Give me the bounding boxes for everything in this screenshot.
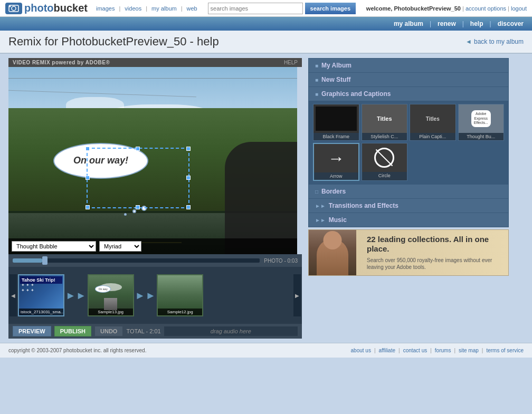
audio-drop-zone[interactable]: drag audio here — [164, 326, 298, 336]
footer-affiliate[interactable]: affiliate — [379, 348, 396, 353]
graphic-label-0: Black Frame — [314, 133, 359, 140]
strip-scroll-right[interactable]: ▶ — [293, 274, 301, 316]
road-in-thumb — [104, 298, 117, 310]
graphic-preview-thought: AdobeExpressEffects... — [459, 104, 504, 133]
preview-button[interactable]: PREVIEW — [13, 326, 51, 336]
bubble-in-thumb: On way — [95, 285, 111, 293]
thought-bubble[interactable]: On our way! — [53, 143, 148, 179]
ad-subtext: Search over 950,000 royalty-free images … — [367, 257, 502, 271]
logo[interactable]: photobucket — [5, 2, 88, 14]
footer-contact[interactable]: contact us — [403, 348, 428, 353]
transitions-arrow: ►► — [315, 203, 326, 209]
graphics-grid: Black Frame Titles Stylielish C... Title… — [309, 101, 508, 184]
car-frame — [225, 142, 297, 254]
graphics-header[interactable]: ■ Graphics and Captions — [309, 87, 508, 101]
film-item-1[interactable]: ✦ ✦ ✦✦ ✦ ✦✦ ✦ ✦ Tahoe Ski Trip! istock_2… — [18, 274, 87, 316]
graphic-label-1: Stylielish C... — [362, 133, 407, 140]
strip-scroll-left[interactable]: ◀ — [10, 274, 17, 316]
welcome-text: welcome, PhotobucketPreview_50 — [366, 5, 461, 12]
new-stuff-label: New Stuff — [321, 76, 350, 83]
blue-nav-renew[interactable]: renew — [438, 20, 456, 27]
film-label-1: istock_2713031_sma... — [19, 309, 63, 315]
nav-web[interactable]: web — [187, 5, 197, 12]
account-options-link[interactable]: account options — [466, 5, 506, 12]
left-panel: VIDEO REMIX powered by ADOBE® HELP On ou… — [8, 58, 302, 339]
panel-section-music[interactable]: ►► Music — [309, 213, 508, 227]
video-remix-label: VIDEO REMIX powered by ADOBE® — [13, 60, 110, 65]
footer-links: about us | affiliate | contact us | foru… — [351, 348, 524, 353]
music-arrow: ►► — [315, 217, 326, 223]
film-thumb-1[interactable]: ✦ ✦ ✦✦ ✦ ✦✦ ✦ ✦ Tahoe Ski Trip! istock_2… — [18, 274, 64, 316]
ad-area[interactable]: 22 leading collections. All in one place… — [308, 229, 509, 276]
logout-link[interactable]: logout — [511, 5, 527, 12]
blue-nav-my-album[interactable]: my album — [394, 20, 423, 27]
bubble-dot2 — [132, 209, 136, 213]
svg-point-2 — [10, 5, 11, 7]
film-item-2[interactable]: On way Sample13.jpg ►► — [88, 274, 156, 316]
progress-thumb[interactable] — [42, 256, 48, 265]
head — [324, 231, 342, 249]
logo-icon — [5, 3, 22, 14]
film-label-3: Sample12.jpg — [158, 309, 202, 315]
graphic-label-4: Arrow — [314, 172, 358, 180]
panel-section-borders[interactable]: □ Borders — [309, 185, 508, 199]
bottom-controls: PREVIEW PUBLISH UNDO TOTAL - 2:01 drag a… — [8, 324, 302, 339]
my-album-label: My Album — [321, 62, 352, 69]
graphic-preview-black-frame — [314, 104, 359, 133]
thought-bubble-text: On our way! — [73, 155, 128, 166]
progress-bar-area: PHOTO - 0:03 — [8, 254, 302, 267]
ad-text-area: 22 leading collections. All in one place… — [360, 230, 508, 275]
blue-nav-discover[interactable]: discover — [498, 20, 524, 27]
graphics-bullet: ■ — [315, 91, 318, 97]
ad-image — [309, 229, 356, 276]
panel-section-transitions[interactable]: ►► Transitions and Effects — [309, 199, 508, 213]
graphic-circle[interactable]: Circle — [362, 143, 408, 181]
panel-section-my-album[interactable]: ■ My Album — [309, 59, 508, 73]
graphic-thought-bubble[interactable]: AdobeExpressEffects... Thought Bu... — [458, 104, 505, 141]
graphic-black-frame[interactable]: Black Frame — [313, 104, 359, 141]
film-strip: ◀ ✦ ✦ ✦✦ ✦ ✦✦ ✦ ✦ Tahoe Ski Trip! istock… — [8, 267, 302, 324]
footer-sitemap[interactable]: site map — [459, 348, 479, 353]
search-input[interactable] — [208, 3, 303, 14]
graphic-preview-plain: Titles — [410, 104, 455, 133]
help-label[interactable]: HELP — [284, 60, 298, 65]
page-title: Remix for PhotobucketPreview_50 - help — [8, 35, 219, 49]
graphic-preview-circle — [362, 143, 407, 172]
top-links: images | videos | my album | web — [96, 5, 197, 12]
graphic-plain-caption[interactable]: Titles Plain Capti... — [410, 104, 456, 141]
back-icon: ◄ — [466, 38, 472, 45]
top-nav-left: photobucket images | videos | my album |… — [5, 2, 197, 14]
time-label: PHOTO - 0:03 — [264, 258, 298, 264]
undo-button[interactable]: UNDO — [94, 326, 123, 336]
film-thumb-3[interactable]: Sample12.jpg — [157, 274, 203, 316]
film-item-3[interactable]: Sample12.jpg — [157, 274, 203, 316]
graphic-stylish-c[interactable]: Titles Stylielish C... — [362, 104, 408, 141]
publish-button[interactable]: PUBLISH — [54, 326, 91, 336]
footer-about[interactable]: about us — [351, 348, 371, 353]
back-to-album-link[interactable]: ◄ back to my album — [466, 38, 524, 45]
graphic-label-2: Plain Capti... — [410, 133, 455, 140]
blue-nav-help[interactable]: help — [470, 20, 483, 27]
film-thumb-2[interactable]: On way Sample13.jpg — [88, 274, 134, 316]
back-link-text: back to my album — [474, 38, 524, 45]
titles-text-stylish: Titles — [377, 115, 392, 122]
progress-track[interactable] — [13, 258, 260, 263]
total-label: TOTAL - 2:01 — [126, 328, 160, 334]
graphic-arrow[interactable]: → Arrow — [313, 143, 359, 181]
nav-images[interactable]: images — [96, 5, 115, 12]
font-name-select[interactable]: Myriad — [99, 241, 141, 252]
search-button[interactable]: search images — [305, 3, 356, 14]
film-title-bar-1: Tahoe Ski Trip! — [20, 276, 62, 284]
top-right-nav: welcome, PhotobucketPreview_50 | account… — [366, 5, 527, 12]
footer-terms[interactable]: terms of service — [486, 348, 524, 353]
font-type-select[interactable]: Thought Bubble — [12, 241, 96, 252]
nav-videos[interactable]: videos — [125, 5, 141, 12]
nav-my-album[interactable]: my album — [151, 5, 177, 12]
panel-section-new-stuff[interactable]: ■ New Stuff — [309, 73, 508, 87]
footer-forums[interactable]: forums — [435, 348, 451, 353]
thought-bubble-preview: AdobeExpressEffects... — [471, 110, 491, 127]
video-font-controls: Thought Bubble Myriad — [8, 238, 297, 254]
transitions-label: Transitions and Effects — [329, 202, 398, 209]
logo-text: photobucket — [24, 2, 88, 14]
page-header: Remix for PhotobucketPreview_50 - help ◄… — [0, 31, 532, 54]
